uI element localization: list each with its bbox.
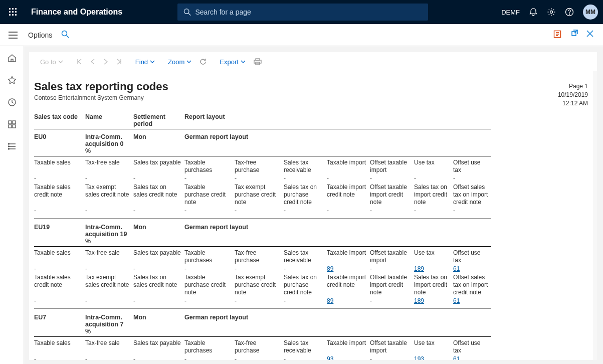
- svg-rect-6: [9, 14, 11, 16]
- help-icon[interactable]: [565, 8, 574, 17]
- action-bar: Options: [0, 24, 603, 46]
- global-search[interactable]: [177, 4, 428, 21]
- app-launcher-icon[interactable]: [5, 4, 21, 20]
- filter-search-icon[interactable]: [61, 30, 69, 40]
- avatar[interactable]: MM: [583, 5, 598, 20]
- close-icon[interactable]: [586, 30, 594, 40]
- svg-line-10: [188, 13, 190, 15]
- bell-icon[interactable]: [529, 8, 538, 17]
- svg-point-13: [569, 14, 569, 14]
- svg-point-9: [184, 9, 189, 14]
- popout-icon[interactable]: [570, 30, 578, 40]
- svg-rect-0: [9, 8, 11, 10]
- svg-line-18: [67, 36, 69, 38]
- search-icon: [183, 8, 191, 16]
- svg-rect-2: [15, 8, 17, 10]
- options-button[interactable]: Options: [28, 31, 52, 39]
- svg-rect-4: [12, 11, 14, 13]
- svg-rect-7: [12, 14, 14, 16]
- gear-icon[interactable]: [547, 8, 556, 17]
- svg-rect-8: [15, 14, 17, 16]
- svg-rect-5: [15, 11, 17, 13]
- svg-rect-1: [12, 8, 14, 10]
- company-picker[interactable]: DEMF: [501, 9, 520, 16]
- hamburger-icon[interactable]: [4, 26, 22, 44]
- svg-rect-3: [9, 11, 11, 13]
- app-title: Finance and Operations: [31, 8, 122, 17]
- search-input[interactable]: [195, 8, 422, 16]
- top-header: Finance and Operations DEMF MM: [0, 0, 603, 24]
- svg-point-17: [62, 31, 67, 36]
- svg-point-11: [550, 11, 553, 14]
- office-icon[interactable]: [553, 30, 562, 40]
